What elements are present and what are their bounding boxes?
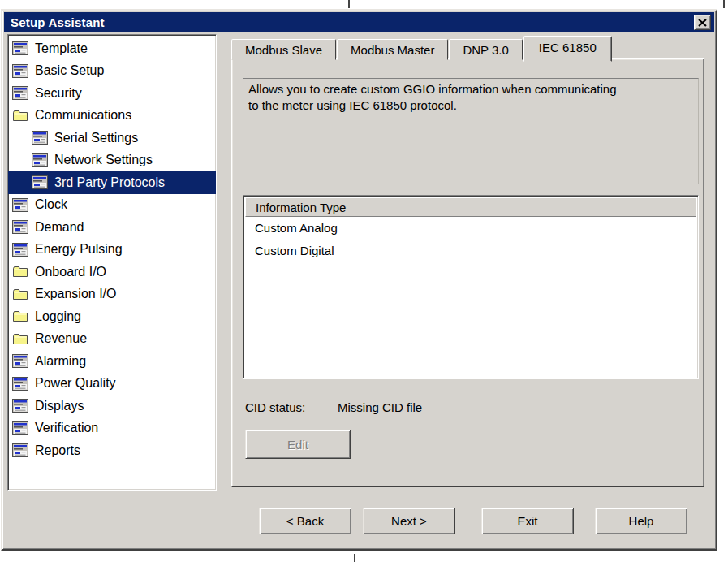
tree-item-label: Power Quality [35, 376, 116, 391]
tree-item-3rd-party-protocols[interactable]: 3rd Party Protocols [8, 171, 216, 194]
tree-item-label: Template [35, 41, 88, 56]
settings-sheet-icon [12, 64, 28, 78]
tree-item-energy-pulsing[interactable]: Energy Pulsing [8, 239, 216, 262]
tree-item-onboard-i-o[interactable]: Onboard I/O [8, 261, 216, 283]
tree-item-label: Onboard I/O [35, 265, 106, 279]
settings-sheet-icon [12, 86, 28, 100]
folder-icon [12, 309, 28, 323]
setup-tree: Template Basic Setup Security Communicat… [7, 34, 217, 491]
tab-iec-61850[interactable]: IEC 61850 [523, 36, 612, 62]
folder-icon [12, 265, 28, 279]
tree-item-label: Logging [35, 309, 81, 324]
tree-item-reports[interactable]: Reports [8, 439, 216, 462]
edit-button[interactable]: Edit [245, 430, 351, 459]
tab-modbus-slave[interactable]: Modbus Slave [231, 39, 336, 60]
tree-item-power-quality[interactable]: Power Quality [8, 373, 216, 396]
cid-status-value: Missing CID file [338, 400, 422, 414]
settings-sheet-icon [12, 399, 28, 413]
page-artifact-line-top [348, 0, 350, 8]
tree-item-network-settings[interactable]: Network Settings [8, 149, 216, 172]
list-body: Custom AnalogCustom Digital [245, 217, 696, 262]
back-button[interactable]: < Back [259, 508, 351, 534]
tree-item-logging[interactable]: Logging [8, 305, 216, 328]
tree-item-serial-settings[interactable]: Serial Settings [8, 127, 216, 149]
tree-item-demand[interactable]: Demand [8, 216, 216, 239]
settings-sheet-icon [12, 41, 28, 55]
tab-modbus-master[interactable]: Modbus Master [337, 39, 448, 60]
tree-item-clock[interactable]: Clock [8, 194, 216, 217]
tree-item-label: Energy Pulsing [35, 242, 123, 257]
exit-button[interactable]: Exit [481, 508, 574, 534]
title-bar[interactable]: Setup Assistant [4, 12, 714, 32]
screenshot-canvas: { "window": { "title": "Setup Assistant"… [0, 0, 728, 562]
next-button[interactable]: Next > [363, 508, 455, 534]
tab-dnp-3-0[interactable]: DNP 3.0 [449, 39, 522, 60]
tree-item-label: Displays [35, 399, 84, 413]
tree-item-expansion-i-o[interactable]: Expansion I/O [8, 283, 216, 306]
tree-item-revenue[interactable]: Revenue [8, 328, 216, 351]
tree-item-label: 3rd Party Protocols [54, 175, 165, 190]
tree-item-label: Network Settings [54, 153, 153, 167]
list-column-header[interactable]: Information Type [245, 197, 696, 217]
close-button[interactable] [694, 15, 711, 30]
cid-status-row: CID status: Missing CID file [232, 400, 704, 417]
tree-item-template[interactable]: Template [8, 37, 216, 60]
tree-item-alarming[interactable]: Alarming [8, 350, 216, 373]
setup-assistant-dialog: Setup Assistant Template Basic Setup [1, 9, 717, 551]
list-item-custom-analog[interactable]: Custom Analog [245, 217, 696, 240]
tree-item-displays[interactable]: Displays [8, 395, 216, 417]
close-icon [698, 19, 707, 27]
tree-item-communications[interactable]: Communications [8, 105, 216, 128]
tree-item-label: Demand [35, 220, 84, 235]
settings-sheet-icon [12, 220, 28, 234]
settings-sheet-icon [32, 131, 48, 145]
tree-item-label: Serial Settings [54, 131, 138, 145]
tree-item-verification[interactable]: Verification [8, 417, 216, 440]
tree-item-label: Verification [35, 421, 98, 435]
window-title: Setup Assistant [11, 15, 694, 29]
tree-item-label: Basic Setup [35, 63, 104, 78]
cid-status-label: CID status: [245, 400, 305, 414]
list-item-custom-digital[interactable]: Custom Digital [245, 240, 696, 262]
page-artifact-line-bottom [354, 554, 355, 562]
folder-icon [12, 287, 28, 301]
tree-item-label: Alarming [35, 354, 86, 369]
tree-item-label: Revenue [35, 331, 87, 346]
tree-item-label: Reports [35, 443, 80, 458]
settings-sheet-icon [32, 175, 48, 189]
tree-item-label: Expansion I/O [35, 287, 117, 301]
settings-sheet-icon [12, 377, 28, 391]
folder-icon [12, 332, 28, 346]
help-button[interactable]: Help [595, 508, 687, 534]
tree-item-label: Clock [35, 197, 67, 212]
settings-sheet-icon [12, 443, 28, 457]
tree-item-basic-setup[interactable]: Basic Setup [8, 60, 216, 83]
tree-item-label: Communications [35, 108, 131, 123]
settings-sheet-icon [12, 198, 28, 212]
tree-item-label: Security [35, 86, 82, 101]
settings-sheet-icon [32, 153, 48, 167]
folder-icon [12, 109, 28, 123]
page-artifact-line-top-right [723, 0, 725, 8]
settings-sheet-icon [12, 422, 28, 435]
tab-strip: Modbus SlaveModbus MasterDNP 3.0IEC 6185… [231, 34, 613, 60]
description-box: Allows you to create custom GGIO informa… [243, 78, 699, 184]
settings-sheet-icon [12, 243, 28, 257]
tab-panel-iec-61850: Allows you to create custom GGIO informa… [231, 58, 704, 487]
tree-item-security[interactable]: Security [8, 82, 216, 105]
information-type-list[interactable]: Information Type Custom AnalogCustom Dig… [243, 195, 699, 379]
settings-sheet-icon [12, 354, 28, 368]
